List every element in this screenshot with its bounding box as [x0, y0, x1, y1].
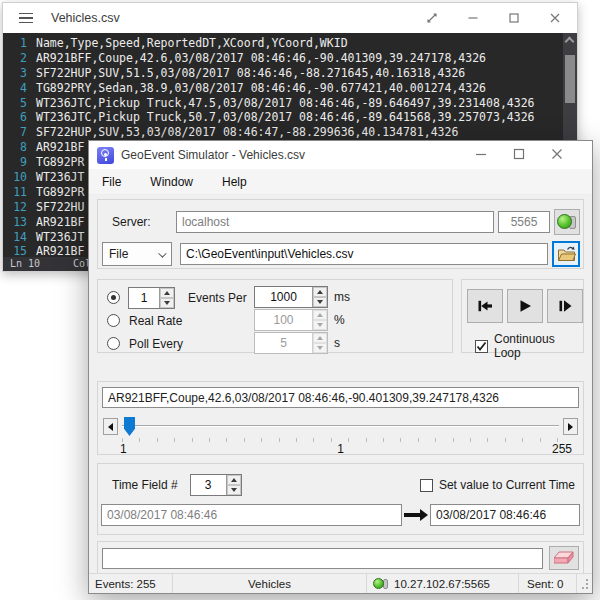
slider-max-label: 255 [552, 442, 572, 456]
spinner-up-button[interactable] [313, 287, 327, 297]
event-slider[interactable] [103, 417, 578, 436]
playback-group: Continuous Loop [461, 279, 584, 353]
window-title: GeoEvent Simulator - Vehicles.csv [121, 148, 305, 162]
time-field-spinner[interactable]: 3 [190, 474, 242, 496]
skip-to-start-button[interactable] [467, 289, 503, 323]
line-number: 11 [3, 185, 27, 200]
line-text: TG892PR [27, 185, 84, 200]
slider-track[interactable] [122, 425, 559, 427]
set-current-time-checkbox[interactable] [420, 479, 433, 492]
line-number: 10 [3, 170, 27, 185]
play-button[interactable] [507, 289, 543, 323]
close-icon[interactable] [551, 148, 563, 163]
step-forward-button[interactable] [547, 289, 583, 323]
server-host-input[interactable]: localhost [176, 211, 494, 233]
resize-grip[interactable] [577, 574, 592, 593]
spinner-down-button[interactable] [313, 297, 327, 307]
slider-current-label: 1 [337, 442, 344, 456]
slider-thumb[interactable] [124, 417, 135, 436]
line-number: 1 [3, 36, 27, 51]
line-text: Name,Type,Speed,ReportedDT,XCoord,YCoord… [27, 36, 348, 51]
line-number: 6 [3, 110, 27, 125]
time-field-label: Time Field # [112, 478, 178, 492]
server-address-text: 10.27.102.67:5565 [394, 578, 490, 590]
spinner-up-button[interactable] [160, 288, 174, 298]
connect-button[interactable] [554, 209, 580, 235]
menu-help[interactable]: Help [222, 175, 247, 189]
maximize-icon[interactable] [513, 148, 525, 163]
interval-spinner[interactable]: 1000 [254, 286, 328, 308]
line-indicator: Ln 10 [10, 257, 40, 271]
line-number: 2 [3, 51, 27, 66]
scrollbar-thumb[interactable] [565, 55, 575, 103]
minimize-icon[interactable] [475, 148, 487, 163]
slider-left-arrow-button[interactable] [103, 418, 118, 435]
connected-green-icon [557, 214, 572, 229]
chevron-down-icon [158, 249, 166, 257]
spinner-down-button [313, 343, 327, 353]
maximize-icon[interactable] [508, 12, 520, 24]
check-icon [476, 341, 487, 352]
slider-track-area[interactable] [122, 417, 559, 436]
real-rate-spinner: 100 [254, 309, 328, 331]
hamburger-menu-icon[interactable] [19, 13, 33, 24]
editor-line: 5WT236JTC,Pickup Truck,47.5,03/08/2017 0… [3, 96, 577, 111]
geoevent-app-icon [97, 147, 114, 164]
time-to-input[interactable]: 03/08/2017 08:46:46 [430, 504, 580, 526]
menu-file[interactable]: File [102, 175, 121, 189]
poll-unit-label: s [334, 332, 340, 355]
line-text: WT236JT [27, 170, 84, 185]
play-icon [516, 298, 534, 314]
events-count-spinner[interactable]: 1 [128, 287, 175, 309]
dataset-name-status: Vehicles [173, 574, 367, 593]
editor-line: 4TG892PRY,Sedan,38.9,03/08/2017 08:46:46… [3, 81, 577, 96]
menubar: File Window Help [89, 169, 592, 195]
poll-spinner: 5 [254, 332, 328, 354]
menu-window[interactable]: Window [150, 175, 193, 189]
line-number: 14 [3, 230, 27, 245]
simulator-statusbar: Events: 255 Vehicles 10.27.102.67:5565 S… [89, 573, 592, 593]
editor-line: 6WT236JTC,Pickup Truck,50.7,03/08/2017 0… [3, 110, 577, 125]
line-text: AR921BF [27, 215, 84, 230]
file-path-input[interactable]: C:\GeoEvent\input\Vehicles.csv [180, 243, 548, 265]
log-output-field[interactable] [102, 548, 543, 569]
clear-log-button[interactable] [549, 546, 579, 570]
current-event-group: AR921BFF,Coupe,42.6,03/08/2017 08:46:46,… [97, 381, 584, 455]
events-per-radio[interactable] [107, 291, 120, 304]
source-type-select[interactable]: File [102, 242, 172, 266]
fullscreen-icon[interactable] [426, 12, 438, 24]
close-icon[interactable] [549, 12, 561, 24]
line-text: TG892PRY,Sedan,38.9,03/08/2017 08:46:46,… [27, 81, 486, 96]
real-rate-radio[interactable] [107, 314, 120, 327]
connection-group: Server: localhost 5565 File C:\GeoEvent\… [97, 199, 584, 269]
spinner-value: 100 [255, 310, 312, 330]
eraser-icon [554, 551, 574, 565]
time-from-input[interactable]: 03/08/2017 08:46:46 [101, 504, 402, 526]
real-rate-label: Real Rate [129, 314, 182, 328]
server-port-input[interactable]: 5565 [498, 211, 550, 233]
spinner-down-button[interactable] [160, 298, 174, 308]
spinner-up-button[interactable] [227, 475, 241, 485]
line-number: 7 [3, 125, 27, 140]
server-label: Server: [112, 215, 176, 229]
spinner-value: 5 [255, 333, 312, 353]
line-text: AR921BF [27, 140, 84, 155]
editor-line: 3SF722HUP,SUV,51.5,03/08/2017 08:46:46,-… [3, 66, 577, 81]
arrow-right-icon [402, 508, 430, 522]
current-event-input[interactable]: AR921BFF,Coupe,42.6,03/08/2017 08:46:46,… [102, 387, 579, 408]
spinner-value: 1 [129, 288, 159, 308]
line-number: 3 [3, 66, 27, 81]
continuous-loop-checkbox[interactable] [475, 340, 488, 353]
poll-every-radio[interactable] [107, 337, 120, 350]
scroll-up-icon[interactable] [565, 37, 575, 47]
connected-green-icon [373, 577, 389, 591]
spinner-down-button [313, 320, 327, 330]
browse-file-button[interactable] [552, 241, 580, 267]
spinner-down-button[interactable] [227, 485, 241, 495]
slider-right-arrow-button[interactable] [563, 418, 578, 435]
simulator-titlebar: GeoEvent Simulator - Vehicles.csv [89, 141, 592, 169]
editor-line: 2AR921BFF,Coupe,42.6,03/08/2017 08:46:46… [3, 51, 577, 66]
geoevent-simulator-window: GeoEvent Simulator - Vehicles.csv File W… [88, 140, 593, 594]
line-text: SF722HUP,SUV,53,03/08/2017 08:46:47,-88.… [27, 125, 458, 140]
minimize-icon[interactable] [467, 12, 479, 24]
